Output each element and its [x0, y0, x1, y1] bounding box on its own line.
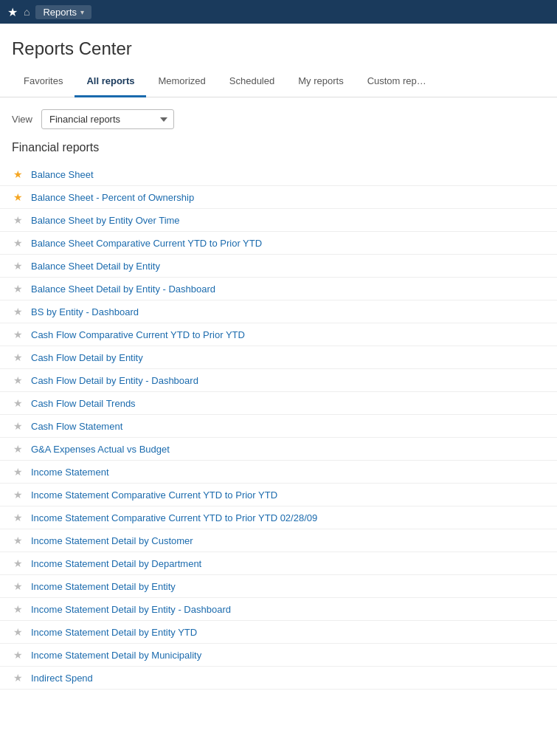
report-link-7[interactable]: BS by Entity - Dashboard — [31, 306, 139, 317]
star-icon-18[interactable]: ★ — [12, 557, 24, 569]
report-row: ★Income Statement Detail by Department — [0, 552, 557, 575]
report-row: ★BS by Entity - Dashboard — [0, 300, 557, 323]
report-row: ★Balance Sheet Detail by Entity — [0, 255, 557, 278]
tabs-container: Favorites All reports Memorized Schedule… — [0, 66, 557, 97]
report-link-16[interactable]: Income Statement Comparative Current YTD… — [31, 512, 317, 523]
report-row: ★Income Statement Detail by Entity - Das… — [0, 598, 557, 621]
report-link-17[interactable]: Income Statement Detail by Customer — [31, 535, 193, 546]
star-icon-7[interactable]: ★ — [12, 306, 24, 317]
star-icon-22[interactable]: ★ — [12, 649, 24, 661]
nav-section-label[interactable]: Reports ▾ — [35, 5, 91, 19]
page-header: Reports Center — [0, 24, 557, 66]
star-icon-1[interactable]: ★ — [12, 168, 24, 180]
tab-favorites[interactable]: Favorites — [12, 66, 75, 97]
report-row: ★Income Statement Detail by Municipality — [0, 644, 557, 667]
report-link-10[interactable]: Cash Flow Detail by Entity - Dashboard — [31, 375, 198, 386]
star-icon-3[interactable]: ★ — [12, 214, 24, 226]
report-link-12[interactable]: Cash Flow Statement — [31, 421, 122, 432]
report-link-19[interactable]: Income Statement Detail by Entity — [31, 581, 176, 592]
report-row: ★G&A Expenses Actual vs Budget — [0, 438, 557, 461]
page-title: Reports Center — [12, 38, 545, 59]
report-row: ★Balance Sheet Detail by Entity - Dashbo… — [0, 278, 557, 300]
report-link-6[interactable]: Balance Sheet Detail by Entity - Dashboa… — [31, 284, 215, 295]
report-link-5[interactable]: Balance Sheet Detail by Entity — [31, 261, 160, 272]
report-row: ★Income Statement Comparative Current YT… — [0, 506, 557, 529]
report-row: ★Cash Flow Detail by Entity — [0, 346, 557, 369]
star-icon-20[interactable]: ★ — [12, 603, 24, 615]
report-row: ★Indirect Spend — [0, 667, 557, 690]
report-row: ★Cash Flow Statement — [0, 415, 557, 438]
star-icon-23[interactable]: ★ — [12, 672, 24, 684]
star-icon-5[interactable]: ★ — [12, 260, 24, 272]
report-link-18[interactable]: Income Statement Detail by Department — [31, 558, 201, 569]
report-link-8[interactable]: Cash Flow Comparative Current YTD to Pri… — [31, 329, 245, 340]
report-row: ★Income Statement — [0, 461, 557, 484]
view-filter-row: View Financial reports All reports Custo… — [0, 97, 557, 135]
report-row: ★Income Statement Comparative Current YT… — [0, 484, 557, 506]
report-link-23[interactable]: Indirect Spend — [31, 673, 93, 684]
report-link-2[interactable]: Balance Sheet - Percent of Ownership — [31, 192, 194, 203]
star-icon-2[interactable]: ★ — [12, 191, 24, 203]
star-icon-6[interactable]: ★ — [12, 283, 24, 295]
nav-reports-label: Reports — [43, 7, 77, 18]
nav-chevron-icon: ▾ — [80, 8, 84, 16]
favorites-star-icon[interactable]: ★ — [7, 5, 18, 19]
report-row: ★Balance Sheet by Entity Over Time — [0, 209, 557, 232]
tab-my-reports[interactable]: My reports — [286, 66, 355, 97]
star-icon-9[interactable]: ★ — [12, 351, 24, 363]
top-nav-bar: ★ ⌂ Reports ▾ — [0, 0, 557, 24]
report-link-14[interactable]: Income Statement — [31, 467, 109, 478]
report-list: ★Balance Sheet★Balance Sheet - Percent o… — [0, 163, 557, 690]
star-icon-19[interactable]: ★ — [12, 580, 24, 592]
report-row: ★Cash Flow Detail by Entity - Dashboard — [0, 369, 557, 392]
tab-memorized[interactable]: Memorized — [146, 66, 217, 97]
home-icon[interactable]: ⌂ — [24, 6, 30, 18]
view-select[interactable]: Financial reports All reports Custom rep… — [41, 109, 174, 129]
view-label: View — [12, 114, 32, 125]
report-link-3[interactable]: Balance Sheet by Entity Over Time — [31, 215, 180, 226]
section-heading: Financial reports — [0, 135, 557, 163]
star-icon-14[interactable]: ★ — [12, 466, 24, 478]
report-row: ★Income Statement Detail by Customer — [0, 529, 557, 552]
star-icon-13[interactable]: ★ — [12, 443, 24, 455]
star-icon-11[interactable]: ★ — [12, 397, 24, 409]
report-link-4[interactable]: Balance Sheet Comparative Current YTD to… — [31, 238, 262, 249]
report-link-22[interactable]: Income Statement Detail by Municipality — [31, 650, 201, 661]
star-icon-8[interactable]: ★ — [12, 329, 24, 340]
report-link-9[interactable]: Cash Flow Detail by Entity — [31, 352, 143, 363]
report-row: ★Cash Flow Comparative Current YTD to Pr… — [0, 323, 557, 346]
report-row: ★Income Statement Detail by Entity — [0, 575, 557, 598]
star-icon-10[interactable]: ★ — [12, 374, 24, 386]
star-icon-21[interactable]: ★ — [12, 626, 24, 638]
report-row: ★Balance Sheet Comparative Current YTD t… — [0, 232, 557, 255]
report-link-15[interactable]: Income Statement Comparative Current YTD… — [31, 489, 277, 501]
report-row: ★Balance Sheet - Percent of Ownership — [0, 186, 557, 209]
star-icon-4[interactable]: ★ — [12, 237, 24, 249]
report-link-13[interactable]: G&A Expenses Actual vs Budget — [31, 444, 170, 455]
star-icon-12[interactable]: ★ — [12, 420, 24, 432]
report-link-20[interactable]: Income Statement Detail by Entity - Dash… — [31, 604, 231, 615]
report-link-1[interactable]: Balance Sheet — [31, 169, 94, 180]
star-icon-15[interactable]: ★ — [12, 489, 24, 501]
report-row: ★Income Statement Detail by Entity YTD — [0, 621, 557, 644]
star-icon-17[interactable]: ★ — [12, 535, 24, 546]
tab-custom[interactable]: Custom rep… — [356, 66, 438, 97]
report-link-11[interactable]: Cash Flow Detail Trends — [31, 398, 136, 409]
tab-all-reports[interactable]: All reports — [75, 66, 146, 97]
report-row: ★Balance Sheet — [0, 163, 557, 186]
report-link-21[interactable]: Income Statement Detail by Entity YTD — [31, 627, 197, 638]
report-row: ★Cash Flow Detail Trends — [0, 392, 557, 415]
star-icon-16[interactable]: ★ — [12, 512, 24, 523]
tab-scheduled[interactable]: Scheduled — [218, 66, 286, 97]
